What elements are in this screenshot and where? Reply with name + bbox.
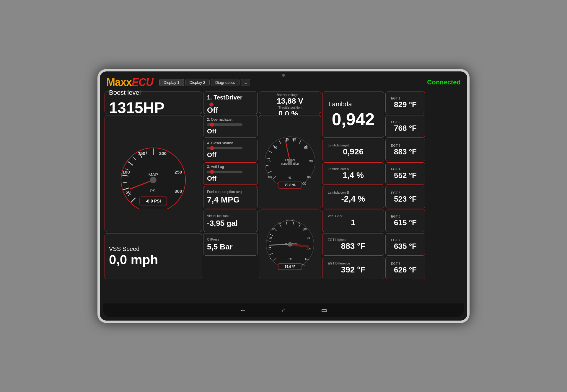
- lambda-label: Lambda: [328, 100, 352, 108]
- svg-text:%: %: [289, 176, 291, 179]
- svg-text:MAP: MAP: [148, 172, 158, 177]
- svg-text:80: 80: [292, 138, 296, 141]
- svg-text:95: 95: [307, 175, 311, 179]
- testdriver-label: 1. TestDriver: [207, 94, 242, 101]
- lambda-corr-a-label: Lambda corr A: [328, 167, 349, 171]
- egt8-card: EGT 8 626 °F: [385, 257, 425, 279]
- svg-text:150: 150: [138, 151, 145, 156]
- fuel-value: 7,4 MPG: [207, 195, 239, 205]
- anti-lag-value: Off: [207, 175, 216, 182]
- egt7-value: 635 °F: [394, 242, 417, 251]
- battery-label: Battery voltage: [277, 93, 303, 97]
- egt6-value: 615 °F: [394, 218, 417, 227]
- egt4-value: 552 °F: [394, 171, 417, 180]
- testdriver-card: 1. TestDriver Off: [203, 92, 258, 114]
- battery-value: 13,88 V: [277, 97, 303, 106]
- close-exhaust-value: Off: [207, 151, 216, 159]
- svg-text:70: 70: [297, 221, 301, 224]
- coolant-gauge-card: 0 10 20 30 40 50 60 70 80 90 100 110 120…: [259, 210, 321, 279]
- svg-text:60: 60: [268, 175, 272, 179]
- map-gauge-svg: 50 100 150 200 250 300 MAP PSI -: [109, 138, 198, 209]
- recent-button[interactable]: ▭: [321, 306, 327, 314]
- svg-text:40: 40: [278, 221, 281, 224]
- egt1-card: EGT 1 829 °F: [385, 92, 425, 114]
- svg-text:50: 50: [286, 219, 289, 222]
- svg-text:100: 100: [122, 169, 130, 174]
- fuel-label: Fuel consumption avg: [207, 190, 242, 194]
- virtual-fuel-card: Virtual fuel tank -3,95 gal: [203, 210, 258, 232]
- vss-speed-card: VSS Speed 0,0 mph: [105, 233, 202, 279]
- egt-difference-card: EGT Difference 392 °F: [322, 257, 384, 279]
- lambda-corr-a-card: Lambda corr A 1,4 %: [322, 162, 384, 185]
- open-exhaust-value: Off: [207, 128, 216, 135]
- egt8-value: 626 °F: [394, 265, 417, 275]
- lambda-value: 0,942: [332, 109, 374, 129]
- egt6-label: EGT 6: [391, 215, 400, 218]
- egt4-label: EGT 4: [391, 167, 400, 171]
- tab-display1[interactable]: Display 1: [159, 79, 184, 86]
- vss-gear-value: 1: [351, 218, 356, 227]
- open-exhaust-label: 2. OpenExhaust: [207, 117, 232, 122]
- svg-text:65: 65: [268, 159, 271, 163]
- vss-value: 0,0 mph: [109, 252, 158, 267]
- logo-maxx: Maxx: [106, 76, 132, 88]
- close-exhaust-label: 4. CloseExhaust: [207, 141, 233, 145]
- svg-text:20: 20: [269, 236, 272, 239]
- lambda-card: Lambda 0,942: [322, 92, 384, 138]
- svg-text:-8,9 PSI: -8,9 PSI: [146, 199, 161, 203]
- egt-diff-label: EGT Difference: [328, 262, 350, 265]
- battery-throttle-card: Battery voltage 13,88 V Throttle positio…: [259, 92, 321, 114]
- nav-bar: ← ⌂ ▭: [103, 303, 464, 317]
- anti-lag-label: 3. Anti-Lag: [207, 165, 224, 169]
- egt5-card: EGT 5 523 °F: [385, 186, 425, 208]
- vss-gear-label: VSS Gear: [328, 214, 343, 218]
- svg-text:79,8 %: 79,8 %: [284, 183, 296, 187]
- boost-label: Boost level: [109, 89, 141, 97]
- lambda-corr-b-label: Lambda corr B: [328, 191, 349, 194]
- oilpress-label: OilPress: [207, 238, 219, 241]
- vss-gear-card: VSS Gear 1: [322, 210, 384, 232]
- svg-point-21: [150, 177, 157, 183]
- fuel-consumption-card: Fuel consumption avg 7,4 MPG: [203, 186, 258, 208]
- egt2-label: EGT 2: [391, 120, 400, 124]
- throttle-label: Throttle position: [278, 106, 302, 109]
- back-button[interactable]: ←: [240, 306, 246, 314]
- logo: MaxxECU: [106, 76, 153, 89]
- egt3-label: EGT 3: [391, 144, 400, 147]
- lambda-corr-a-value: 1,4 %: [343, 171, 364, 180]
- svg-point-80: [288, 242, 292, 246]
- lambda-corr-b-value: -2,4 %: [341, 194, 365, 204]
- lambda-target-value: 0,926: [343, 147, 364, 156]
- close-exhaust-card: 4. CloseExhaust Off: [203, 139, 258, 161]
- egt6-card: EGT 6 615 °F: [385, 210, 425, 232]
- svg-text:85: 85: [304, 146, 308, 149]
- svg-text:70: 70: [273, 146, 277, 149]
- tab-more[interactable]: ...: [241, 79, 250, 86]
- egt8-label: EGT 8: [391, 262, 400, 265]
- egt2-value: 768 °F: [394, 124, 417, 133]
- tab-display2[interactable]: Display 2: [185, 79, 210, 86]
- anti-lag-card: 3. Anti-Lag Off: [203, 162, 258, 185]
- egt7-card: EGT 7 635 °F: [385, 233, 425, 256]
- egt3-value: 883 °F: [394, 147, 417, 156]
- svg-text:110: 110: [304, 257, 309, 260]
- virtual-fuel-value: -3,95 gal: [207, 219, 238, 228]
- home-button[interactable]: ⌂: [282, 306, 286, 314]
- egt1-label: EGT 1: [391, 97, 400, 100]
- svg-text:50: 50: [126, 190, 131, 195]
- svg-line-8: [123, 182, 127, 183]
- lambda-target-label: Lambda target: [328, 143, 349, 147]
- lambda-target-card: Lambda target 0,926: [322, 139, 384, 161]
- svg-text:0: 0: [270, 257, 271, 261]
- map-gauge-card: 50 100 150 200 250 300 MAP PSI -: [105, 115, 202, 232]
- lambda-corr-b-card: Lambda corr B -2,4 %: [322, 186, 384, 208]
- egt-highest-card: EGT Highest 883 °F: [322, 233, 384, 256]
- ethanol-gauge-card: 60 65 70 75 80 85 90 95 100 Ethanol conc…: [259, 115, 321, 208]
- svg-text:10: 10: [268, 247, 271, 250]
- ethanol-gauge-svg: 60 65 70 75 80 85 90 95 100 Ethanol conc…: [260, 132, 320, 191]
- tab-diagnostics[interactable]: Diagnostics: [211, 79, 239, 86]
- svg-text:°F: °F: [289, 258, 292, 261]
- svg-text:60: 60: [291, 219, 295, 222]
- egt2-card: EGT 2 768 °F: [385, 115, 425, 138]
- egt4-card: EGT 4 552 °F: [385, 162, 425, 185]
